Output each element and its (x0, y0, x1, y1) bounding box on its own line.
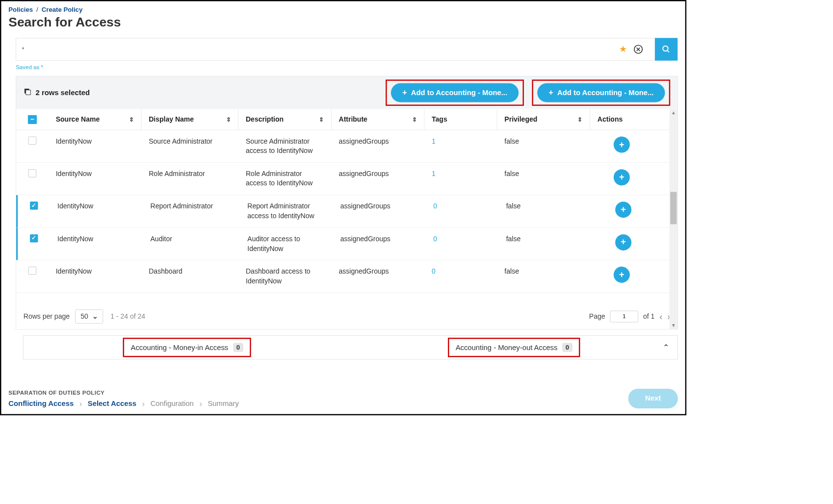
scrollbar-thumb[interactable] (670, 192, 677, 224)
cell-display: Auditor (143, 234, 240, 244)
page-range: 1 - 24 of 24 (110, 312, 145, 320)
table-row[interactable]: IdentityNowDashboardDashboard access to … (16, 260, 677, 293)
header-checkbox-indeterminate[interactable]: − (28, 115, 37, 124)
breadcrumb-sep: / (36, 6, 38, 13)
rows-selected-text: 2 rows selected (36, 88, 90, 97)
sort-icon[interactable]: ⇕ (319, 117, 324, 123)
add-row-button[interactable]: + (615, 234, 631, 251)
add-row-button[interactable]: + (614, 169, 630, 185)
saved-as-label[interactable]: Saved as * (16, 64, 678, 70)
rows-per-page-select[interactable]: 50 ⌄ (76, 309, 104, 324)
cell-description: Source Administrator access to IdentityN… (238, 137, 332, 156)
cell-source: IdentityNow (49, 169, 142, 179)
chevron-up-icon[interactable]: ⌃ (663, 343, 670, 353)
sort-icon[interactable]: ⇕ (577, 117, 582, 123)
money-in-label[interactable]: Accounting - Money-in Access (131, 343, 229, 352)
highlight-money-out: Accounting - Money-out Access 0 (448, 338, 580, 357)
table-row[interactable]: IdentityNowSource AdministratorSource Ad… (16, 130, 677, 162)
step-summary: Summary (208, 400, 238, 408)
plus-icon: + (402, 88, 407, 98)
add-to-accounting-button-2[interactable]: + Add to Accounting - Mone... (537, 83, 665, 102)
scroll-up-icon[interactable]: ▲ (671, 110, 676, 116)
cell-description: Report Administrator access to IdentityN… (240, 202, 333, 221)
chevron-right-icon: › (79, 399, 82, 408)
wizard-steps: Conflicting Access › Select Access › Con… (8, 399, 678, 408)
th-display[interactable]: Display Name ⇕ (141, 109, 238, 129)
row-checkbox[interactable] (28, 137, 36, 145)
plus-icon: + (548, 88, 553, 98)
cell-source: IdentityNow (49, 137, 142, 147)
th-description[interactable]: Description ⇕ (238, 109, 332, 129)
cell-description: Auditor access to IdentityNow (240, 234, 333, 253)
prev-page-icon[interactable]: ‹ (659, 311, 662, 322)
step-select-access[interactable]: Select Access (88, 400, 136, 408)
cell-tags[interactable]: 1 (424, 137, 497, 147)
row-checkbox[interactable] (30, 234, 38, 242)
cell-tags[interactable]: 0 (426, 234, 498, 244)
cell-attribute: assignedGroups (332, 169, 425, 179)
stack-icon (24, 88, 31, 98)
money-out-label[interactable]: Accounting - Money-out Access (456, 343, 558, 352)
sort-icon[interactable]: ⇕ (412, 117, 417, 123)
sort-icon[interactable]: ⇕ (226, 117, 231, 123)
table-toolbar: 2 rows selected + Add to Accounting - Mo… (16, 76, 678, 109)
sod-policy-label: SEPARATION OF DUTIES POLICY (8, 389, 678, 396)
cell-tags[interactable]: 0 (426, 202, 498, 211)
add-row-button[interactable]: + (614, 267, 630, 283)
th-tags[interactable]: Tags (424, 109, 497, 129)
chevron-right-icon: › (142, 399, 145, 408)
page-label: Page (589, 312, 605, 320)
cell-privileged: false (499, 202, 592, 211)
cell-attribute: assignedGroups (332, 137, 425, 147)
chevron-down-icon: ⌄ (92, 312, 98, 321)
cell-source: IdentityNow (50, 234, 143, 244)
cell-attribute: assignedGroups (332, 267, 425, 277)
page-title: Search for Access (8, 15, 678, 29)
cell-privileged: false (497, 267, 591, 277)
cell-source: IdentityNow (49, 267, 142, 277)
table-row[interactable]: IdentityNowAuditorAuditor access to Iden… (16, 228, 677, 260)
search-input[interactable] (16, 46, 619, 53)
row-checkbox[interactable] (28, 169, 36, 177)
scroll-down-icon[interactable]: ▼ (671, 323, 676, 328)
cell-tags[interactable]: 0 (424, 267, 497, 277)
table-header: − Source Name ⇕ Display Name ⇕ Descripti… (16, 109, 677, 130)
th-privileged[interactable]: Privileged ⇕ (497, 109, 591, 129)
highlight-money-in: Accounting - Money-in Access 0 (123, 338, 251, 357)
cell-display: Source Administrator (141, 137, 238, 147)
add-row-button[interactable]: + (615, 202, 631, 218)
th-checkbox[interactable]: − (16, 109, 49, 129)
add-to-accounting-button-1[interactable]: + Add to Accounting - Mone... (391, 83, 519, 102)
cell-display: Role Administrator (141, 169, 238, 179)
th-source[interactable]: Source Name ⇕ (49, 109, 142, 129)
search-button[interactable] (655, 38, 677, 60)
clear-search-icon[interactable]: ✕ (634, 45, 643, 53)
breadcrumb-parent[interactable]: Policies (8, 6, 33, 13)
table-body[interactable]: IdentityNowSource AdministratorSource Ad… (16, 130, 677, 303)
access-table: − Source Name ⇕ Display Name ⇕ Descripti… (16, 109, 678, 329)
scrollbar[interactable]: ▲ ▼ (670, 109, 677, 329)
step-configuration: Configuration (151, 400, 194, 408)
cell-display: Report Administrator (143, 202, 240, 211)
row-checkbox[interactable] (28, 267, 36, 275)
cell-privileged: false (499, 234, 592, 244)
next-button[interactable]: Next (628, 389, 677, 408)
wizard-footer: SEPARATION OF DUTIES POLICY Conflicting … (8, 389, 678, 408)
svg-rect-3 (26, 90, 31, 95)
breadcrumb-current[interactable]: Create Policy (42, 6, 83, 13)
table-row[interactable]: IdentityNowRole AdministratorRole Admini… (16, 163, 677, 195)
svg-point-0 (663, 46, 668, 51)
page-input[interactable] (610, 311, 638, 323)
row-checkbox[interactable] (30, 202, 38, 209)
table-row[interactable]: IdentityNowReport AdministratorReport Ad… (16, 195, 677, 227)
add-row-button[interactable]: + (614, 137, 630, 153)
step-conflicting-access[interactable]: Conflicting Access (8, 400, 74, 408)
sort-icon[interactable]: ⇕ (129, 117, 134, 123)
cell-privileged: false (497, 137, 591, 147)
th-attribute[interactable]: Attribute ⇕ (332, 109, 425, 129)
cell-tags[interactable]: 1 (424, 169, 497, 179)
cell-attribute: assignedGroups (333, 234, 426, 244)
cell-description: Dashboard access to IdentityNow (238, 267, 332, 286)
th-actions: Actions (590, 109, 655, 129)
star-icon[interactable]: ★ (619, 44, 627, 54)
